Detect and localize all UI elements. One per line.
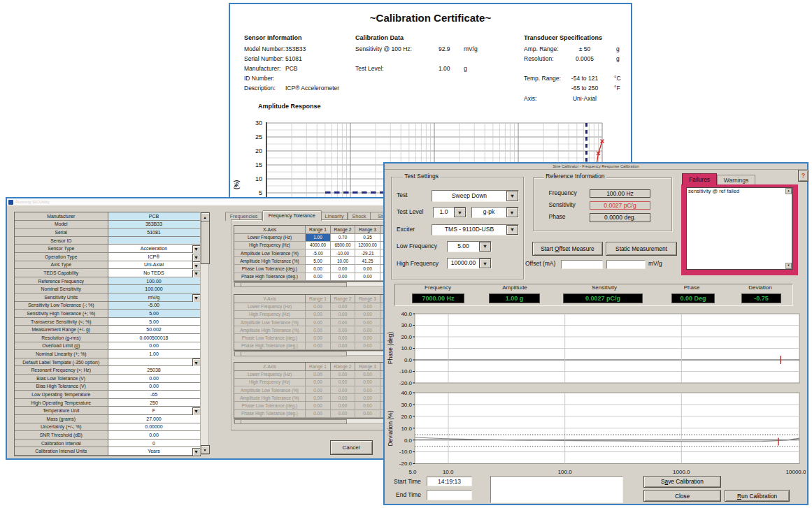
svg-text:1000.0: 1000.0 — [673, 469, 690, 475]
svg-text:-20.0: -20.0 — [399, 460, 413, 467]
svg-text:10000.0: 10000.0 — [786, 469, 806, 475]
svg-text:-10.0: -10.0 — [399, 449, 413, 455]
svg-text:15: 15 — [255, 161, 262, 168]
svg-text:-10.0: -10.0 — [399, 368, 413, 375]
svg-text:25: 25 — [255, 133, 262, 140]
svg-text:10.0: 10.0 — [401, 345, 412, 351]
svg-text:5.0: 5.0 — [408, 469, 417, 475]
svg-text:-20.0: -20.0 — [399, 380, 413, 386]
svg-text:30.0: 30.0 — [401, 402, 412, 408]
svg-text:10.0: 10.0 — [443, 469, 454, 475]
svg-text:10: 10 — [255, 175, 262, 182]
svg-text:5: 5 — [259, 189, 262, 196]
svg-text:30: 30 — [255, 119, 262, 126]
svg-text:0.0: 0.0 — [404, 437, 413, 444]
svg-text:100.0: 100.0 — [558, 469, 573, 475]
svg-text:40.0: 40.0 — [401, 390, 412, 396]
svg-text:10.0: 10.0 — [401, 426, 412, 432]
svg-text:30.0: 30.0 — [401, 322, 412, 328]
svg-text:20: 20 — [255, 147, 262, 154]
svg-text:20.0: 20.0 — [401, 414, 412, 420]
svg-text:Phase (deg): Phase (deg) — [387, 332, 394, 364]
svg-text:20.0: 20.0 — [401, 334, 412, 340]
svg-text:40.0: 40.0 — [401, 311, 412, 317]
svg-text:0.0: 0.0 — [404, 357, 413, 363]
svg-text:Deviation (%): Deviation (%) — [387, 410, 394, 446]
svg-text:(%): (%) — [233, 180, 240, 189]
